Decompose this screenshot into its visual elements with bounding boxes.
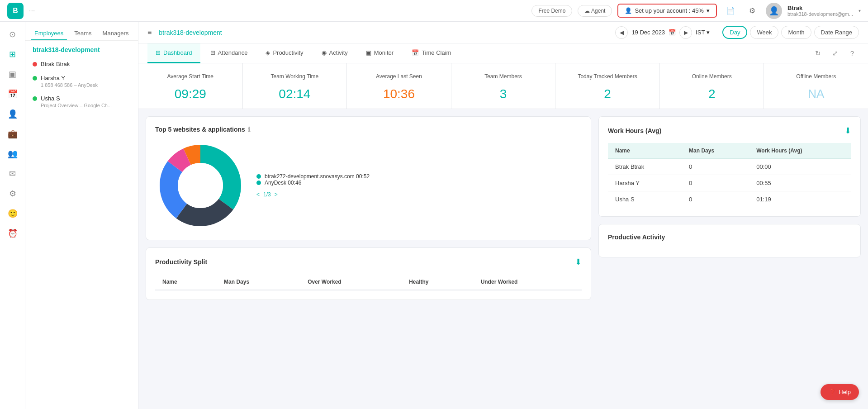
activity-tab-icon: ◉	[322, 49, 327, 56]
gear-icon[interactable]: ⚙	[4, 185, 22, 203]
briefcase-icon[interactable]: 💼	[4, 125, 22, 143]
tab-teams[interactable]: Teams	[71, 27, 95, 40]
table-row: Usha S 0 01:19	[608, 191, 851, 208]
table-row: Harsha Y 0 00:55	[608, 175, 851, 191]
productive-activity-card: Productive Activity	[598, 224, 861, 257]
company-icon[interactable]: ⊙	[4, 25, 22, 43]
work-hours-card: Work Hours (Avg) ⬇ Name Man Days Work Ho…	[598, 116, 861, 217]
stat-today-tracked: Today Tracked Members 2	[555, 63, 660, 109]
wh-col-mandays: Man Days	[682, 143, 749, 159]
tab-timeclaim[interactable]: 📅 Time Claim	[403, 43, 459, 63]
monitor-icon[interactable]: ▣	[4, 65, 22, 83]
tab-monitor[interactable]: ▣ Monitor	[358, 43, 402, 63]
col-name: Name	[155, 274, 217, 290]
help-button[interactable]: ❓ Help	[821, 384, 859, 400]
member-usha[interactable]: Usha S Project Overview – Google Ch...	[25, 91, 138, 112]
wh-header-row: Name Man Days Work Hours (Avg)	[608, 143, 851, 159]
legend-item-0: btrak272-development.snovasys.com 00:52	[256, 173, 370, 180]
stat-avg-last-seen: Average Last Seen 10:36	[347, 63, 451, 109]
legend-dot-0	[256, 174, 261, 179]
tab-productivity[interactable]: ◈ Productivity	[257, 43, 311, 63]
left-column: Top 5 websites & applications ℹ	[146, 116, 591, 402]
status-dot-green	[33, 76, 37, 81]
expand-icon[interactable]: ⤢	[828, 47, 842, 60]
calendar-picker-icon[interactable]: 📅	[669, 29, 676, 36]
user-manage-icon[interactable]: 🙂	[4, 204, 22, 223]
setup-account-button[interactable]: 👤 Set up your account : 45% ▾	[617, 4, 716, 18]
tab-dashboard[interactable]: ⊞ Dashboard	[147, 43, 200, 63]
productivity-split-download-icon[interactable]: ⬇	[575, 257, 582, 267]
timezone-selector[interactable]: IST ▾	[696, 29, 710, 36]
help-icon[interactable]: ?	[845, 47, 859, 60]
date-navigation: ◀ 19 Dec 2023 📅 ▶ IST ▾	[615, 26, 710, 39]
tab-attendance[interactable]: ⊟ Attendance	[202, 43, 256, 63]
wh-col-name: Name	[608, 143, 682, 159]
calendar-icon[interactable]: 📅	[4, 85, 22, 103]
table-row: Btrak Btrak 0 00:00	[608, 159, 851, 175]
stat-team-members: Team Members 3	[451, 63, 556, 109]
productivity-split-card: Productivity Split ⬇ Name Man Days Over …	[146, 247, 591, 300]
top5-info-icon[interactable]: ℹ	[248, 126, 250, 133]
clock-icon[interactable]: ⏰	[4, 224, 22, 243]
tab-actions: ↻ ⤢ ?	[811, 47, 859, 60]
legend-dot-1	[256, 181, 261, 185]
user-chevron[interactable]: ▾	[859, 8, 861, 13]
stat-team-working: Team Working Time 02:14	[243, 63, 347, 109]
svg-point-5	[178, 163, 223, 208]
monitor-tab-icon: ▣	[366, 49, 371, 56]
work-hours-title: Work Hours (Avg)	[608, 127, 661, 134]
member-btrak[interactable]: Btrak Btrak	[25, 57, 138, 71]
status-dot-green	[33, 96, 37, 101]
tab-employees[interactable]: Employees	[31, 27, 67, 40]
wh-col-workhours: Work Hours (Avg)	[749, 143, 851, 159]
prev-date-button[interactable]: ◀	[615, 26, 628, 39]
wh-table-body: Btrak Btrak 0 00:00 Harsha Y 0 00:55 Ush…	[608, 159, 851, 208]
legend-item-1: AnyDesk 00:46	[256, 180, 370, 186]
setup-chevron: ▾	[707, 7, 710, 14]
tab-activity[interactable]: ◉ Activity	[313, 43, 356, 63]
attendance-tab-icon: ⊟	[210, 49, 215, 56]
topbar: B ··· Free Demo ☁ Agent 👤 Set up your ac…	[0, 0, 868, 22]
productivity-tab-icon: ◈	[266, 49, 270, 56]
content-area: Top 5 websites & applications ℹ	[138, 109, 868, 409]
range-month-button[interactable]: Month	[781, 26, 811, 39]
range-day-button[interactable]: Day	[722, 26, 747, 39]
next-date-button[interactable]: ▶	[679, 26, 692, 39]
col-overworked: Over Worked	[300, 274, 402, 290]
nav-panel: Employees Teams Managers btrak318-develo…	[25, 22, 138, 409]
member-info: Btrak Btrak	[41, 61, 70, 67]
status-dot-red	[33, 62, 37, 67]
member-harsha[interactable]: Harsha Y 1 858 468 586 – AnyDesk	[25, 71, 138, 91]
top5-card: Top 5 websites & applications ℹ	[146, 116, 591, 240]
settings-icon-button[interactable]: ⚙	[744, 3, 760, 19]
current-date: 19 Dec 2023	[631, 29, 665, 36]
col-underworked: Under Worked	[474, 274, 582, 290]
document-icon-button[interactable]: 📄	[722, 3, 739, 19]
work-hours-table: Name Man Days Work Hours (Avg) Btrak Btr…	[608, 143, 851, 207]
dashboard-tab-icon: ⊞	[156, 49, 161, 56]
timeclaim-tab-icon: 📅	[412, 49, 419, 56]
free-demo-button[interactable]: Free Demo	[531, 5, 572, 17]
stat-avg-start: Average Start Time 09:29	[138, 63, 243, 109]
refresh-icon[interactable]: ↻	[811, 47, 825, 60]
mail-icon[interactable]: ✉	[4, 165, 22, 183]
subheader-org-name: btrak318-development	[159, 29, 222, 36]
range-daterange-button[interactable]: Date Range	[814, 26, 859, 39]
tab-managers[interactable]: Managers	[99, 27, 133, 40]
icon-sidebar: ⊙ ⊞ ▣ 📅 👤 💼 👥 ✉ ⚙ 🙂 ⏰	[0, 22, 25, 409]
range-week-button[interactable]: Week	[750, 26, 778, 39]
member-info: Usha S Project Overview – Google Ch...	[41, 95, 112, 108]
team-icon[interactable]: 👥	[4, 145, 22, 163]
work-hours-header: Work Hours (Avg) ⬇	[608, 126, 851, 136]
dashboard-icon[interactable]: ⊞	[4, 45, 22, 63]
expand-dots[interactable]: ···	[29, 7, 35, 15]
main-content: ≡ btrak318-development ◀ 19 Dec 2023 📅 ▶…	[138, 22, 868, 409]
chart-nav[interactable]: < 1/3 >	[256, 191, 370, 198]
menu-icon[interactable]: ≡	[147, 29, 152, 37]
ps-table-header-row: Name Man Days Over Worked Healthy Under …	[155, 274, 582, 290]
agent-icon: ☁	[584, 8, 590, 14]
right-column: Work Hours (Avg) ⬇ Name Man Days Work Ho…	[598, 116, 861, 402]
agent-button[interactable]: ☁ Agent	[578, 5, 612, 17]
person-icon[interactable]: 👤	[4, 105, 22, 123]
work-hours-download-icon[interactable]: ⬇	[844, 126, 851, 136]
